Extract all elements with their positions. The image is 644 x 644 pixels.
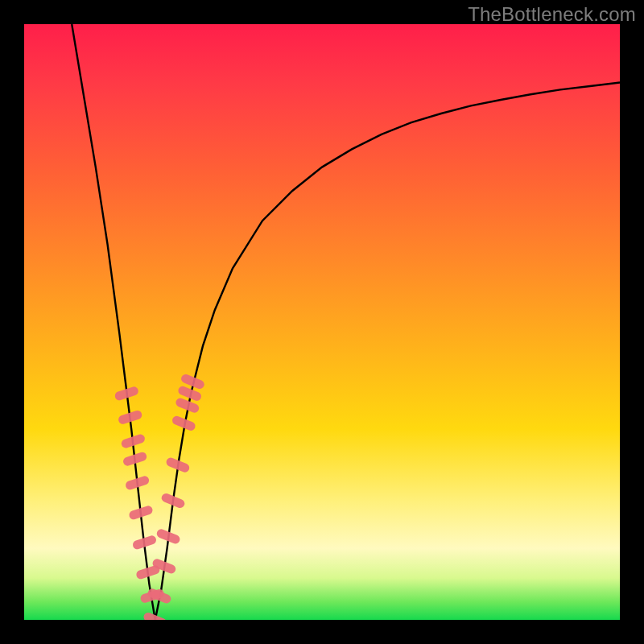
marker [142, 611, 168, 620]
watermark-text: TheBottleneck.com [468, 3, 636, 26]
chart-frame: TheBottleneck.com [0, 0, 644, 644]
plot-area [24, 24, 620, 620]
bottleneck-curve [72, 24, 620, 620]
marker-cluster [114, 373, 205, 620]
chart-svg [24, 24, 620, 620]
